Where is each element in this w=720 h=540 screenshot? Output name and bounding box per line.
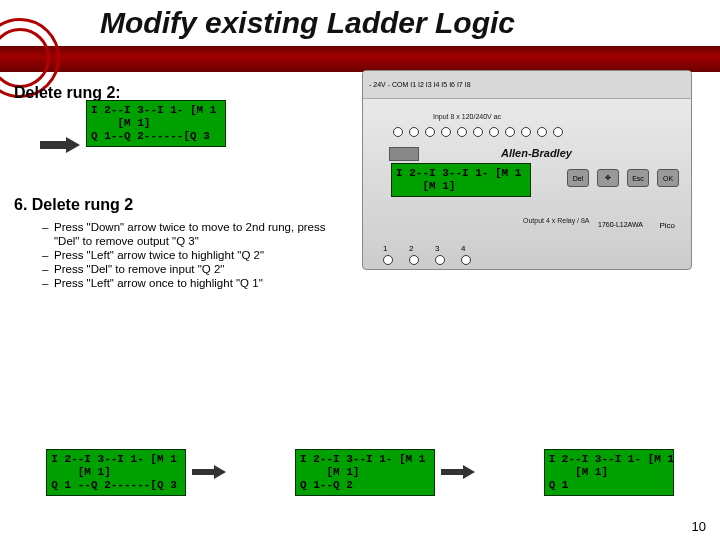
terminal-number: 3	[435, 244, 439, 253]
instruction-item: Press "Left" arrow once to highlight "Q …	[42, 276, 352, 290]
device-brand-label: Allen-Bradley	[501, 147, 572, 159]
ladder-line: I 2--I 3--I 1- [M 1	[549, 453, 669, 466]
arrow-icon	[192, 465, 226, 479]
device-bottom-terminals: 1 2 3 4	[383, 237, 471, 265]
plc-device-illustration: - 24V - COM I1 I2 I3 I4 I5 I6 I7 I8 Inpu…	[362, 70, 692, 270]
ladder-line: [M 1]	[396, 180, 526, 193]
device-top-terminals: - 24V - COM I1 I2 I3 I4 I5 I6 I7 I8	[363, 71, 691, 99]
ladder-display-step-1: I 2--I 3--I 1- [M 1 [M 1] Q 1 --Q 2-----…	[46, 449, 186, 496]
ladder-line: Q 1--Q 2------[Q 3	[91, 130, 221, 143]
instruction-item: Press "Del" to remove input "Q 2"	[42, 262, 352, 276]
device-del-button: Del	[567, 169, 589, 187]
device-ok-button: OK	[657, 169, 679, 187]
device-dpad-icon: ✥	[597, 169, 619, 187]
page-title: Modify existing Ladder Logic	[100, 6, 515, 40]
ladder-display-step-2: I 2--I 3--I 1- [M 1 [M 1] Q 1--Q 2	[295, 449, 435, 496]
device-esc-button: Esc	[627, 169, 649, 187]
ladder-line: I 2--I 3--I 1- [M 1	[91, 104, 221, 117]
terminal-number: 2	[409, 244, 413, 253]
ladder-line: Q 1	[549, 479, 669, 492]
ladder-display-initial: I 2--I 3--I 1- [M 1 [M 1] Q 1--Q 2------…	[86, 100, 226, 147]
ladder-line: I 2--I 3--I 1- [M 1	[51, 453, 181, 466]
device-pico-label: Pico	[659, 221, 675, 230]
ladder-display-device: I 2--I 3--I 1- [M 1 [M 1]	[391, 163, 531, 197]
svg-marker-2	[441, 465, 475, 479]
terminal-number: 4	[461, 244, 465, 253]
sequence-strip: I 2--I 3--I 1- [M 1 [M 1] Q 1 --Q 2-----…	[0, 442, 720, 502]
page-number: 10	[692, 519, 706, 534]
instruction-item: Press "Down" arrow twice to move to 2nd …	[42, 220, 352, 248]
svg-marker-1	[192, 465, 226, 479]
ladder-line: [M 1]	[549, 466, 669, 479]
ladder-display-step-3: I 2--I 3--I 1- [M 1 [M 1] Q 1	[544, 449, 674, 496]
svg-marker-0	[40, 137, 80, 153]
instruction-item: Press "Left" arrow twice to highlight "Q…	[42, 248, 352, 262]
decorative-band	[0, 46, 720, 72]
ladder-line: Q 1--Q 2	[300, 479, 430, 492]
device-chip-icon	[389, 147, 419, 161]
title-bar: Modify existing Ladder Logic	[0, 0, 720, 70]
device-screen-slot: I 2--I 3--I 1- [M 1 [M 1]	[391, 163, 531, 211]
arrow-icon	[441, 465, 475, 479]
ladder-line: I 2--I 3--I 1- [M 1	[396, 167, 526, 180]
ladder-line: I 2--I 3--I 1- [M 1	[300, 453, 430, 466]
ladder-line: Q 1 --Q 2------[Q 3	[51, 479, 181, 492]
content-area: Delete rung 2: I 2--I 3--I 1- [M 1 [M 1]…	[0, 70, 720, 290]
terminal-number: 1	[383, 244, 387, 253]
instruction-list: Press "Down" arrow twice to move to 2nd …	[42, 220, 352, 290]
device-part-number: 1760-L12AWA	[598, 221, 643, 228]
device-output-label: Output 4 x Relay / 8A	[523, 217, 590, 224]
arrow-icon	[40, 137, 80, 153]
device-input-label: Input 8 x 120/240V ac	[433, 113, 501, 120]
device-terminal-row	[393, 127, 563, 137]
ladder-line: [M 1]	[51, 466, 181, 479]
ladder-line: [M 1]	[300, 466, 430, 479]
device-top-labels: - 24V - COM I1 I2 I3 I4 I5 I6 I7 I8	[369, 81, 471, 88]
device-button-row: Del ✥ Esc OK	[567, 169, 679, 187]
ladder-line: [M 1]	[91, 117, 221, 130]
